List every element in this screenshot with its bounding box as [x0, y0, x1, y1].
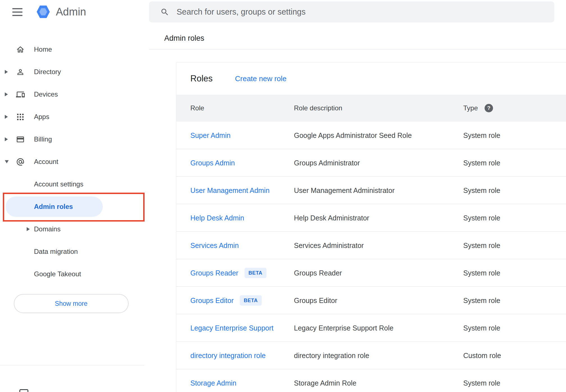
chevron-down-icon[interactable]	[5, 160, 9, 163]
roles-title: Roles	[190, 74, 213, 84]
role-link-label: Groups Reader	[190, 269, 238, 277]
chevron-right-icon[interactable]	[27, 227, 30, 231]
role-link[interactable]: Storage Admin	[190, 379, 236, 387]
sidebar-item-apps[interactable]: Apps	[0, 106, 144, 128]
create-new-role-link[interactable]: Create new role	[235, 74, 287, 83]
sidebar-item-label: Google Takeout	[34, 270, 81, 278]
role-link[interactable]: directory integration role	[190, 351, 266, 359]
role-description: Groups Reader	[294, 269, 342, 277]
person-icon	[15, 67, 25, 77]
role-link-label: Legacy Enterprise Support	[190, 324, 273, 332]
role-link-label: Super Admin	[190, 131, 230, 139]
roles-card-header: Roles Create new role	[176, 63, 566, 95]
table-row: directory integration role directory int…	[176, 342, 566, 369]
role-link[interactable]: User Management Admin	[190, 186, 270, 194]
role-link[interactable]: Legacy Enterprise Support	[190, 324, 273, 332]
sidebar-item-label: Apps	[34, 113, 49, 121]
apps-grid-icon	[15, 112, 25, 122]
chevron-right-icon[interactable]	[5, 92, 8, 96]
role-description: Storage Admin Role	[294, 379, 356, 387]
at-sign-icon	[15, 157, 25, 167]
role-link-label: Help Desk Admin	[190, 214, 244, 222]
credit-card-icon	[15, 134, 25, 144]
search-icon	[160, 8, 169, 17]
sidebar-item-label: Domains	[34, 225, 61, 233]
role-description: Help Desk Administrator	[294, 214, 369, 222]
table-row: Groups Reader BETA Groups Reader System …	[176, 259, 566, 287]
role-description: Services Administrator	[294, 241, 364, 249]
table-row: Services Admin Services Administrator Sy…	[176, 232, 566, 259]
table-row: Help Desk Admin Help Desk Administrator …	[176, 204, 566, 232]
table-row: Super Admin Google Apps Administrator Se…	[176, 122, 566, 149]
sidebar-item-account[interactable]: Account	[0, 151, 144, 173]
column-header-description: Role description	[294, 104, 342, 112]
column-header-role: Role	[190, 104, 204, 112]
help-icon[interactable]: ?	[485, 104, 493, 112]
devices-icon	[15, 89, 25, 99]
column-header-type: Type ?	[463, 104, 493, 112]
role-link-label: User Management Admin	[190, 186, 270, 194]
sidebar-item-home[interactable]: Home	[0, 38, 144, 61]
role-link-label: Groups Editor	[190, 296, 234, 304]
role-type: System role	[463, 214, 500, 222]
role-link[interactable]: Super Admin	[190, 131, 230, 139]
sidebar-item-label: Home	[34, 45, 52, 53]
product-name: Admin	[56, 6, 86, 18]
sidebar-item-admin-roles[interactable]: Admin roles	[0, 195, 144, 218]
role-description: Groups Administrator	[294, 159, 360, 167]
role-link[interactable]: Groups Reader BETA	[190, 268, 266, 278]
role-type: System role	[463, 324, 500, 332]
role-link-label: Groups Admin	[190, 159, 235, 167]
sidebar-item-label: Billing	[34, 135, 52, 143]
sidebar-item-domains[interactable]: Domains	[0, 218, 144, 240]
role-type: System role	[463, 269, 500, 277]
sidebar-item-label: Admin roles	[34, 203, 73, 211]
role-description: User Management Administrator	[294, 186, 394, 194]
sidebar-item-google-takeout[interactable]: Google Takeout	[0, 263, 144, 285]
role-link[interactable]: Groups Admin	[190, 159, 235, 167]
home-icon	[15, 44, 25, 54]
role-link-label: Services Admin	[190, 241, 239, 249]
show-more-button[interactable]: Show more	[14, 294, 129, 313]
admin-hexagon-icon	[35, 4, 51, 20]
sidebar-item-devices[interactable]: Devices	[0, 83, 144, 106]
roles-card: Roles Create new role Role Role descript…	[176, 62, 566, 392]
search-bar[interactable]	[149, 1, 554, 22]
role-description: Google Apps Administrator Seed Role	[294, 131, 412, 139]
roles-table-header: Role Role description Type ?	[176, 95, 566, 122]
role-type: System role	[463, 241, 500, 249]
chevron-right-icon[interactable]	[5, 137, 8, 141]
table-row: User Management Admin User Management Ad…	[176, 177, 566, 204]
sidebar-item-label: Devices	[34, 90, 58, 98]
role-type: System role	[463, 131, 500, 139]
role-description: Groups Editor	[294, 296, 337, 304]
sidebar-item-account-settings[interactable]: Account settings	[0, 173, 144, 195]
role-type: System role	[463, 296, 500, 304]
chevron-right-icon[interactable]	[5, 70, 8, 74]
role-link[interactable]: Help Desk Admin	[190, 214, 244, 222]
sidebar-item-billing[interactable]: Billing	[0, 128, 144, 151]
sidebar-item-label: Account	[34, 158, 58, 166]
role-link-label: directory integration role	[190, 351, 266, 359]
sidebar: Admin Home Directory Devices	[0, 0, 144, 392]
menu-icon[interactable]	[12, 8, 22, 16]
role-link-label: Storage Admin	[190, 379, 236, 387]
header-divider	[149, 49, 566, 49]
role-type: System role	[463, 159, 500, 167]
sidebar-item-data-migration[interactable]: Data migration	[0, 240, 144, 263]
chevron-right-icon[interactable]	[5, 115, 8, 119]
role-type: System role	[463, 186, 500, 194]
role-link[interactable]: Groups Editor BETA	[190, 295, 262, 306]
role-type: Custom role	[463, 351, 501, 359]
role-description: Legacy Enterprise Support Role	[294, 324, 393, 332]
sidebar-item-label: Data migration	[34, 248, 78, 256]
partial-bottom-icon	[19, 389, 28, 392]
app-logo: Admin	[35, 4, 86, 20]
table-row: Groups Admin Groups Administrator System…	[176, 149, 566, 177]
sidebar-bottom-divider	[0, 365, 144, 365]
sidebar-item-directory[interactable]: Directory	[0, 61, 144, 83]
table-row: Groups Editor BETA Groups Editor System …	[176, 287, 566, 314]
role-type: System role	[463, 379, 500, 387]
role-link[interactable]: Services Admin	[190, 241, 239, 249]
search-input[interactable]	[177, 7, 546, 17]
